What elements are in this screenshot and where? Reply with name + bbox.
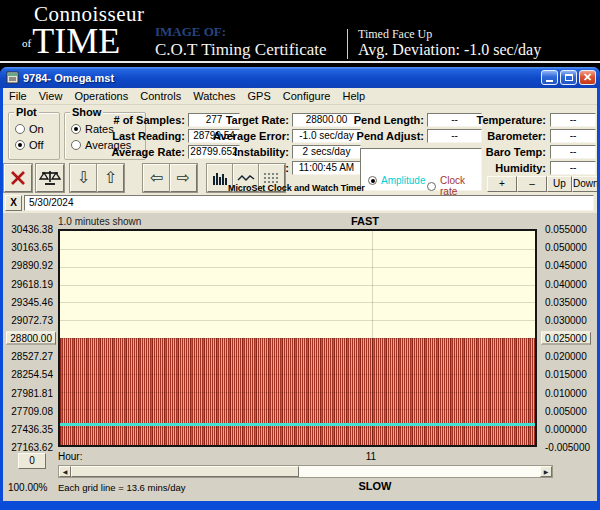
horizontal-gridline	[60, 356, 535, 357]
horizontal-gridline	[60, 409, 535, 410]
up-button[interactable]: Up	[547, 176, 572, 192]
date-field[interactable]: 5/30/2024	[24, 195, 594, 211]
minimize-icon	[546, 80, 553, 82]
zoom-percent-label: 100.00%	[8, 482, 47, 493]
left-axis-label: 27981.81	[11, 387, 53, 398]
right-axis-label: 0.010000	[545, 387, 587, 398]
arrow-up-icon: ⇧	[104, 170, 117, 186]
menu-file[interactable]: File	[3, 89, 33, 103]
radio-icon	[71, 140, 81, 150]
menu-watches[interactable]: Watches	[187, 89, 241, 103]
menu-gps[interactable]: GPS	[242, 89, 277, 103]
menu-help[interactable]: Help	[337, 89, 372, 103]
horizontal-gridline	[60, 267, 535, 268]
minimize-button[interactable]	[541, 70, 558, 85]
scrollbar-right-arrow[interactable]: ▶	[540, 466, 552, 477]
plot-off-label: Off	[29, 139, 43, 151]
right-axis-label: 0.045000	[545, 260, 587, 271]
horizontal-gridline	[60, 392, 535, 393]
zero-button[interactable]: 0	[18, 453, 46, 469]
scroll-up-button[interactable]: ⇧	[97, 164, 124, 192]
microset-caption: MicroSet Clock and Watch Timer	[228, 183, 365, 193]
arrow-down-icon: ⇩	[77, 170, 90, 186]
right-axis-label: 0.015000	[545, 369, 587, 380]
show-group-label: Show	[70, 106, 103, 118]
date-close-button[interactable]: X	[5, 195, 22, 211]
current-time-value: 11:00:45 AM	[292, 161, 361, 175]
menu-controls[interactable]: Controls	[134, 89, 187, 103]
scroll-down-button[interactable]: ⇩	[70, 164, 97, 192]
plot-groupbox: Plot On Off	[8, 112, 60, 160]
left-axis-label: 27436.35	[11, 423, 53, 434]
down-button[interactable]: Down	[572, 176, 597, 192]
balance-button[interactable]	[36, 164, 64, 192]
plot-off-radio[interactable]: Off	[15, 139, 43, 151]
logo-line2: ofTIME	[22, 23, 145, 59]
window-title: 9784- Omega.mst	[23, 72, 541, 84]
amplitude-radio[interactable]: Amplitude	[368, 175, 425, 186]
menu-bar: FileViewOperationsControlsWatchesGPSConf…	[3, 88, 597, 105]
scroll-left-button[interactable]: ⇦	[143, 164, 170, 192]
clear-button[interactable]	[4, 164, 32, 192]
right-axis-label: 0.050000	[545, 242, 587, 253]
left-axis-label: 28527.27	[11, 351, 53, 362]
right-axis: 0.0550000.0500000.0450000.0400000.035000…	[541, 213, 597, 465]
average-error-label: Average Error:	[213, 130, 289, 142]
plot-area[interactable]	[58, 229, 537, 447]
date-row: X 5/30/2024	[3, 194, 597, 212]
right-axis-label: 0.000000	[545, 423, 587, 434]
last-reading-label: Last Reading:	[103, 130, 185, 142]
plus-button[interactable]: +	[487, 176, 517, 192]
red-x-icon	[9, 169, 27, 187]
scrollbar-track[interactable]	[299, 466, 540, 477]
temperature-label: Temperature:	[468, 114, 546, 126]
maximize-button[interactable]	[560, 70, 577, 85]
instability-value: 2 secs/day	[292, 145, 361, 159]
hour-label: Hour:	[58, 451, 82, 462]
baro-temp-value: --	[550, 145, 596, 159]
menu-configure[interactable]: Configure	[277, 89, 337, 103]
pend-adjust-label: Pend Adjust:	[348, 130, 424, 142]
amplitude-label: Amplitude	[381, 175, 425, 186]
close-icon: ✕	[583, 72, 592, 83]
close-button[interactable]: ✕	[579, 70, 596, 85]
title-bar[interactable]: 9784- Omega.mst ✕	[0, 67, 600, 88]
samples-label: # of Samples:	[103, 114, 185, 126]
right-axis-label: 0.020000	[545, 351, 587, 362]
scrollbar-thumb[interactable]	[71, 466, 299, 477]
right-axis-label: 0.030000	[545, 314, 587, 325]
scroll-right-button[interactable]: ⇨	[170, 164, 197, 192]
radio-selected-icon	[368, 176, 377, 185]
menu-view[interactable]: View	[33, 89, 69, 103]
left-axis-label: 29618.19	[11, 278, 53, 289]
header-divider	[347, 29, 348, 59]
humidity-label: Humidity:	[468, 162, 546, 174]
scrollbar-left-arrow[interactable]: ◀	[59, 466, 71, 477]
arrow-left-icon: ⇦	[150, 170, 163, 186]
horizontal-gridline	[60, 285, 535, 286]
header-rule	[0, 61, 600, 63]
left-axis-label: 30436.38	[11, 224, 53, 235]
horizontal-gridline	[60, 427, 535, 428]
horizontal-gridline	[60, 338, 535, 339]
menu-operations[interactable]: Operations	[68, 89, 134, 103]
certificate-title: C.O.T Timing Certificate	[155, 40, 327, 60]
image-of-label: IMAGE OF:	[155, 24, 226, 40]
radio-icon	[427, 182, 436, 191]
plot-on-radio[interactable]: On	[15, 123, 44, 135]
left-axis-label: 28254.54	[11, 369, 53, 380]
controls-panel: Plot On Off Show Rates	[3, 104, 597, 194]
horizontal-gridline	[60, 249, 535, 250]
right-axis-label: 0.005000	[545, 405, 587, 416]
bar-chart-icon	[212, 170, 228, 186]
grid-note-label: Each grid line = 13.6 mins/day	[58, 482, 186, 493]
certificate-header: Connoisseur ofTIME IMAGE OF: C.O.T Timin…	[0, 0, 600, 67]
target-rate-label: Target Rate:	[213, 114, 289, 126]
horizontal-scrollbar[interactable]: ◀ ▶	[58, 465, 553, 478]
left-axis-label: 29345.46	[11, 296, 53, 307]
baro-temp-label: Baro Temp:	[468, 146, 546, 158]
minus-button[interactable]: –	[517, 176, 547, 192]
right-axis-label: 0.040000	[545, 278, 587, 289]
radio-selected-icon	[71, 124, 81, 134]
app-window: 9784- Omega.mst ✕ FileViewOperationsCont…	[0, 67, 600, 510]
